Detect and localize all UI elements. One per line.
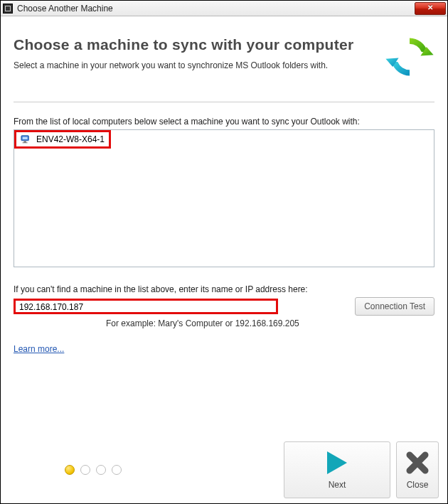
next-label: Next	[329, 480, 346, 490]
machine-list[interactable]: ENV42-W8-X64-1	[14, 129, 434, 267]
page-subtitle: Select a machine in your network you wan…	[14, 60, 378, 70]
window-close-button[interactable]: ✕	[415, 2, 446, 15]
close-icon	[406, 450, 429, 476]
svg-rect-4	[23, 141, 26, 143]
ip-value: 192.168.170.187	[19, 302, 83, 312]
sync-logo-icon	[385, 32, 434, 82]
ip-example: For example: Mary's Computer or 192.168.…	[106, 318, 434, 328]
page-heading: Choose a machine to sync with your compu…	[14, 36, 378, 53]
divider	[14, 102, 434, 102]
play-icon	[323, 450, 351, 476]
ip-input[interactable]: 192.168.170.187	[14, 299, 278, 314]
footer: Next Close	[1, 436, 447, 503]
titlebar: Choose Another Machine ✕	[1, 1, 447, 16]
step-indicator	[65, 465, 122, 475]
machine-list-label: From the list of local computers below s…	[14, 117, 434, 127]
step-dot-4	[112, 465, 122, 475]
list-item[interactable]: ENV42-W8-X64-1	[14, 130, 111, 149]
close-label: Close	[407, 480, 429, 490]
window-title: Choose Another Machine	[17, 4, 415, 14]
app-icon	[3, 4, 13, 14]
list-item-label: ENV42-W8-X64-1	[36, 134, 105, 144]
svg-marker-6	[327, 451, 347, 474]
step-dot-3	[96, 465, 106, 475]
svg-rect-5	[23, 142, 28, 143]
close-button[interactable]: Close	[396, 441, 439, 498]
learn-more-link[interactable]: Learn more...	[14, 344, 64, 354]
next-button[interactable]: Next	[284, 441, 390, 498]
svg-rect-3	[23, 137, 28, 140]
connection-test-button[interactable]: Connection Test	[355, 297, 434, 316]
ip-label: If you can't find a machine in the list …	[14, 284, 434, 294]
step-dot-1	[65, 465, 75, 475]
step-dot-2	[80, 465, 90, 475]
computer-icon	[21, 134, 31, 144]
